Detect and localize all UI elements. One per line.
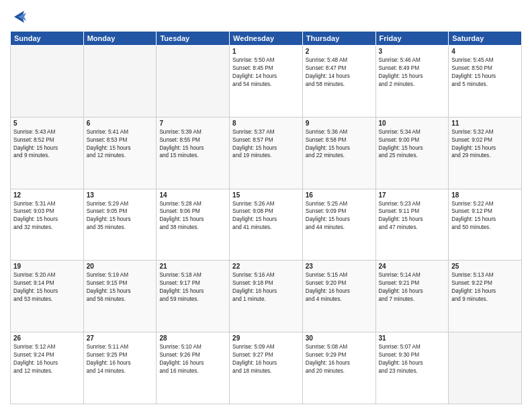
calendar-cell: 14Sunrise: 5:28 AM Sunset: 9:06 PM Dayli… [157, 189, 230, 261]
weekday-header-row: Sunday Monday Tuesday Wednesday Thursday… [11, 32, 522, 46]
day-info: Sunrise: 5:50 AM Sunset: 8:45 PM Dayligh… [232, 56, 300, 89]
day-number: 6 [87, 120, 154, 127]
header-wednesday: Wednesday [230, 32, 303, 46]
calendar-cell [83, 46, 157, 118]
header-monday: Monday [83, 32, 157, 46]
day-number: 27 [87, 334, 154, 342]
day-info: Sunrise: 5:08 AM Sunset: 9:29 PM Dayligh… [306, 343, 373, 375]
calendar-week-4: 26Sunrise: 5:12 AM Sunset: 9:24 PM Dayli… [11, 332, 522, 404]
day-number: 30 [306, 334, 373, 342]
day-info: Sunrise: 5:12 AM Sunset: 9:24 PM Dayligh… [13, 343, 81, 375]
calendar-cell: 21Sunrise: 5:18 AM Sunset: 9:17 PM Dayli… [157, 261, 230, 332]
calendar-cell: 1Sunrise: 5:50 AM Sunset: 8:45 PM Daylig… [230, 46, 303, 118]
calendar-cell: 20Sunrise: 5:19 AM Sunset: 9:15 PM Dayli… [83, 261, 157, 332]
day-number: 20 [87, 263, 154, 270]
header [10, 7, 522, 27]
calendar-cell: 18Sunrise: 5:22 AM Sunset: 9:12 PM Dayli… [449, 189, 522, 261]
calendar-week-3: 19Sunrise: 5:20 AM Sunset: 9:14 PM Dayli… [11, 261, 522, 332]
day-number: 19 [13, 263, 81, 270]
page: Sunday Monday Tuesday Wednesday Thursday… [0, 0, 532, 411]
logo-icon [10, 7, 30, 27]
calendar-table: Sunday Monday Tuesday Wednesday Thursday… [10, 31, 522, 404]
calendar-cell: 17Sunrise: 5:23 AM Sunset: 9:11 PM Dayli… [375, 189, 449, 261]
header-tuesday: Tuesday [157, 32, 230, 46]
day-info: Sunrise: 5:29 AM Sunset: 9:05 PM Dayligh… [87, 200, 154, 232]
day-info: Sunrise: 5:32 AM Sunset: 9:02 PM Dayligh… [451, 128, 519, 161]
day-number: 4 [451, 48, 519, 55]
day-number: 2 [306, 48, 373, 55]
day-info: Sunrise: 5:43 AM Sunset: 8:52 PM Dayligh… [13, 128, 81, 161]
day-number: 24 [379, 263, 446, 270]
day-info: Sunrise: 5:19 AM Sunset: 9:15 PM Dayligh… [87, 271, 154, 304]
day-info: Sunrise: 5:31 AM Sunset: 9:03 PM Dayligh… [13, 200, 81, 232]
calendar-cell: 16Sunrise: 5:25 AM Sunset: 9:09 PM Dayli… [302, 189, 375, 261]
calendar-week-1: 5Sunrise: 5:43 AM Sunset: 8:52 PM Daylig… [11, 117, 522, 189]
calendar-cell: 3Sunrise: 5:46 AM Sunset: 8:49 PM Daylig… [375, 46, 449, 118]
calendar-cell: 13Sunrise: 5:29 AM Sunset: 9:05 PM Dayli… [83, 189, 157, 261]
day-number: 8 [232, 120, 300, 127]
day-number: 29 [232, 334, 300, 342]
day-number: 10 [379, 120, 446, 127]
day-info: Sunrise: 5:37 AM Sunset: 8:57 PM Dayligh… [232, 128, 300, 161]
calendar: Sunday Monday Tuesday Wednesday Thursday… [10, 31, 522, 404]
day-info: Sunrise: 5:15 AM Sunset: 9:20 PM Dayligh… [306, 271, 373, 304]
day-info: Sunrise: 5:34 AM Sunset: 9:00 PM Dayligh… [379, 128, 446, 161]
header-friday: Friday [375, 32, 449, 46]
calendar-cell: 12Sunrise: 5:31 AM Sunset: 9:03 PM Dayli… [11, 189, 84, 261]
calendar-cell: 10Sunrise: 5:34 AM Sunset: 9:00 PM Dayli… [375, 117, 449, 189]
day-info: Sunrise: 5:22 AM Sunset: 9:12 PM Dayligh… [451, 200, 519, 232]
day-info: Sunrise: 5:14 AM Sunset: 9:21 PM Dayligh… [379, 271, 446, 304]
header-thursday: Thursday [302, 32, 375, 46]
day-number: 17 [379, 191, 446, 199]
calendar-week-2: 12Sunrise: 5:31 AM Sunset: 9:03 PM Dayli… [11, 189, 522, 261]
day-number: 5 [13, 120, 81, 127]
day-number: 28 [159, 334, 226, 342]
calendar-cell: 15Sunrise: 5:26 AM Sunset: 9:08 PM Dayli… [230, 189, 303, 261]
day-number: 23 [306, 263, 373, 270]
day-info: Sunrise: 5:23 AM Sunset: 9:11 PM Dayligh… [379, 200, 446, 232]
day-info: Sunrise: 5:16 AM Sunset: 9:18 PM Dayligh… [232, 271, 300, 304]
day-number: 31 [379, 334, 446, 342]
calendar-cell: 5Sunrise: 5:43 AM Sunset: 8:52 PM Daylig… [11, 117, 84, 189]
day-number: 21 [159, 263, 226, 270]
calendar-cell [449, 332, 522, 404]
day-number: 25 [451, 263, 519, 270]
day-number: 7 [159, 120, 226, 127]
day-info: Sunrise: 5:11 AM Sunset: 9:25 PM Dayligh… [87, 343, 154, 375]
calendar-cell: 26Sunrise: 5:12 AM Sunset: 9:24 PM Dayli… [11, 332, 84, 404]
day-info: Sunrise: 5:39 AM Sunset: 8:55 PM Dayligh… [159, 128, 226, 161]
day-info: Sunrise: 5:46 AM Sunset: 8:49 PM Dayligh… [379, 56, 446, 89]
day-number: 11 [451, 120, 519, 127]
day-number: 26 [13, 334, 81, 342]
day-info: Sunrise: 5:10 AM Sunset: 9:26 PM Dayligh… [159, 343, 226, 375]
day-number: 12 [13, 191, 81, 199]
calendar-cell [157, 46, 230, 118]
day-info: Sunrise: 5:48 AM Sunset: 8:47 PM Dayligh… [306, 56, 373, 89]
day-info: Sunrise: 5:20 AM Sunset: 9:14 PM Dayligh… [13, 271, 81, 304]
day-info: Sunrise: 5:36 AM Sunset: 8:58 PM Dayligh… [306, 128, 373, 161]
calendar-cell: 30Sunrise: 5:08 AM Sunset: 9:29 PM Dayli… [302, 332, 375, 404]
header-sunday: Sunday [11, 32, 84, 46]
calendar-cell: 11Sunrise: 5:32 AM Sunset: 9:02 PM Dayli… [449, 117, 522, 189]
calendar-cell: 19Sunrise: 5:20 AM Sunset: 9:14 PM Dayli… [11, 261, 84, 332]
logo [10, 7, 33, 27]
day-info: Sunrise: 5:26 AM Sunset: 9:08 PM Dayligh… [232, 200, 300, 232]
calendar-cell: 2Sunrise: 5:48 AM Sunset: 8:47 PM Daylig… [302, 46, 375, 118]
day-info: Sunrise: 5:07 AM Sunset: 9:30 PM Dayligh… [379, 343, 446, 375]
day-info: Sunrise: 5:09 AM Sunset: 9:27 PM Dayligh… [232, 343, 300, 375]
calendar-cell: 7Sunrise: 5:39 AM Sunset: 8:55 PM Daylig… [157, 117, 230, 189]
day-number: 3 [379, 48, 446, 55]
calendar-week-0: 1Sunrise: 5:50 AM Sunset: 8:45 PM Daylig… [11, 46, 522, 118]
day-info: Sunrise: 5:41 AM Sunset: 8:53 PM Dayligh… [87, 128, 154, 161]
calendar-cell [11, 46, 84, 118]
calendar-cell: 27Sunrise: 5:11 AM Sunset: 9:25 PM Dayli… [83, 332, 157, 404]
calendar-cell: 23Sunrise: 5:15 AM Sunset: 9:20 PM Dayli… [302, 261, 375, 332]
calendar-cell: 29Sunrise: 5:09 AM Sunset: 9:27 PM Dayli… [230, 332, 303, 404]
calendar-cell: 22Sunrise: 5:16 AM Sunset: 9:18 PM Dayli… [230, 261, 303, 332]
day-number: 14 [159, 191, 226, 199]
day-number: 1 [232, 48, 300, 55]
calendar-cell: 8Sunrise: 5:37 AM Sunset: 8:57 PM Daylig… [230, 117, 303, 189]
day-number: 9 [306, 120, 373, 127]
header-saturday: Saturday [449, 32, 522, 46]
calendar-cell: 28Sunrise: 5:10 AM Sunset: 9:26 PM Dayli… [157, 332, 230, 404]
